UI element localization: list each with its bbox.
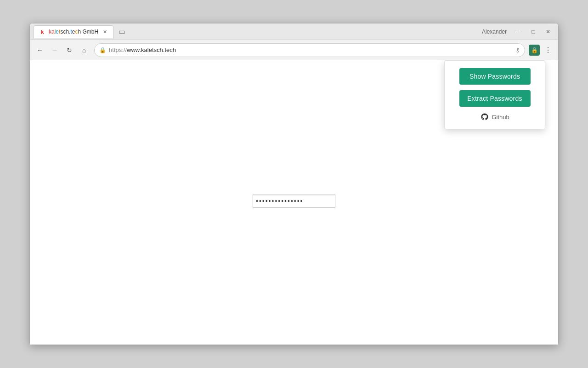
menu-dots-icon: ⋮ [544,46,552,54]
browser-menu-button[interactable]: ⋮ [542,44,554,57]
tab-close-button[interactable]: ✕ [101,28,108,35]
github-link[interactable]: Github [480,112,509,121]
browser-tab[interactable]: k kaletsch.tech GmbH ✕ [34,25,113,38]
reload-icon: ↻ [67,46,72,54]
reload-button[interactable]: ↻ [63,44,76,57]
tab-title: kaletsch.tech GmbH [49,29,98,35]
home-button[interactable]: ⌂ [78,44,90,57]
minimize-button[interactable]: — [512,25,525,38]
url-protocol: https:// [109,46,127,53]
close-icon: ✕ [546,29,550,35]
title-bar-right: Alexander — □ ✕ [482,25,554,38]
maximize-icon: □ [531,29,535,35]
back-icon: ← [37,46,43,54]
password-field-container [253,195,335,207]
browser-window: k kaletsch.tech GmbH ✕ ▭ Alexander — □ ✕ [29,23,559,345]
forward-icon: → [51,46,58,54]
password-input[interactable] [253,195,335,207]
page-info-icon: 🔒 [99,47,106,53]
tab-favicon: k [39,28,46,35]
extension-lock-icon[interactable]: 🔒 [529,45,540,56]
github-label: Github [492,114,509,121]
extract-passwords-button[interactable]: Extract Passwords [459,90,531,107]
new-tab-button[interactable]: ▭ [115,25,128,38]
title-bar: k kaletsch.tech GmbH ✕ ▭ Alexander — □ ✕ [30,23,558,40]
url-domain: www.kaletsch.tech [127,46,176,53]
github-icon [480,112,489,121]
navigation-bar: ← → ↻ ⌂ 🔒 https://www.kaletsch.tech ⚷ 🔒 … [30,40,558,60]
lock-symbol: 🔒 [531,47,538,53]
maximize-button[interactable]: □ [527,25,540,38]
close-button[interactable]: ✕ [542,25,554,38]
home-icon: ⌂ [82,46,86,54]
address-bar[interactable]: 🔒 https://www.kaletsch.tech ⚷ [94,43,525,57]
new-tab-icon: ▭ [119,27,125,36]
show-passwords-button[interactable]: Show Passwords [459,68,531,85]
minimize-icon: — [516,29,521,35]
page-content: Show Passwords Extract Passwords Github [30,60,558,345]
forward-button[interactable]: → [48,44,61,57]
extension-popup: Show Passwords Extract Passwords Github [444,60,545,129]
user-name: Alexander [482,29,507,35]
url-display: https://www.kaletsch.tech [109,46,513,53]
key-icon: ⚷ [515,46,520,53]
title-bar-left: k kaletsch.tech GmbH ✕ ▭ [34,25,482,38]
back-button[interactable]: ← [34,44,46,57]
